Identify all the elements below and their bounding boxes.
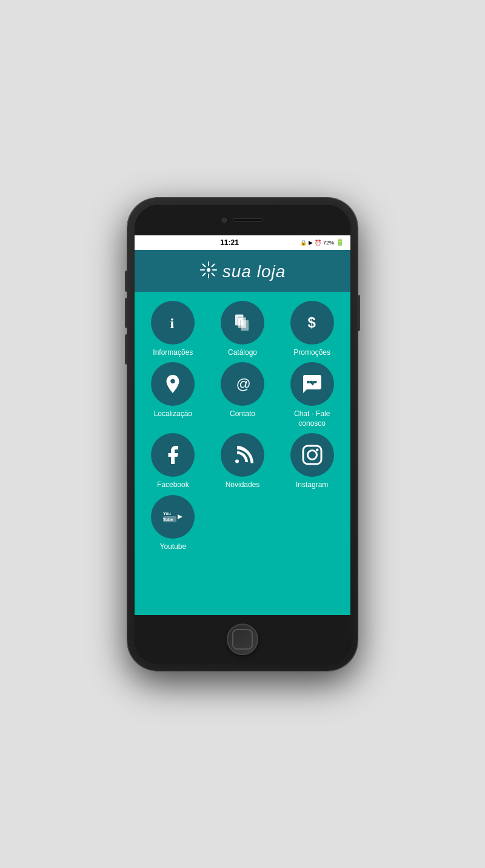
- home-button[interactable]: [227, 624, 258, 655]
- app-header: sua loja: [135, 250, 350, 292]
- novidades-icon: [221, 433, 264, 477]
- localizacao-label: Localização: [154, 409, 192, 419]
- informacoes-icon: i: [151, 301, 195, 345]
- svg-text:@: @: [236, 375, 250, 392]
- phone-device: 11:21 🔒 ▶ ⏰ 72% 🔋: [127, 198, 358, 671]
- chat-label: Chat - Fale conosco: [279, 409, 344, 428]
- menu-item-catalogo[interactable]: Catálogo: [210, 301, 275, 358]
- volume-down-button[interactable]: [125, 334, 127, 365]
- phone-top-bar: [135, 205, 350, 235]
- svg-marker-25: [178, 514, 182, 519]
- svg-line-7: [212, 264, 214, 266]
- youtube-label: Youtube: [160, 542, 187, 552]
- facebook-label: Facebook: [157, 480, 189, 490]
- menu-item-facebook[interactable]: Facebook: [141, 433, 206, 490]
- lock-icon: 🔒: [300, 240, 307, 246]
- phone-bottom: [135, 615, 350, 664]
- phone-screen: 11:21 🔒 ▶ ⏰ 72% 🔋: [135, 205, 350, 664]
- battery-percent: 72%: [323, 240, 334, 246]
- svg-point-17: [307, 381, 310, 384]
- chat-icon: [290, 362, 334, 406]
- informacoes-label: Informações: [153, 348, 193, 358]
- menu-item-localizacao[interactable]: Localização: [141, 362, 206, 428]
- catalogo-label: Catálogo: [228, 348, 257, 358]
- battery-icon: 🔋: [336, 238, 344, 246]
- catalogo-icon: [221, 301, 264, 345]
- menu-item-youtube[interactable]: You Tube Youtube: [141, 495, 206, 552]
- alarm-icon: ⏰: [315, 240, 321, 246]
- app-logo-text: sua loja: [222, 262, 286, 281]
- menu-item-promocoes[interactable]: $ Promoções: [279, 301, 344, 358]
- menu-item-chat[interactable]: Chat - Fale conosco: [279, 362, 344, 428]
- camera-icon: [222, 218, 227, 223]
- svg-line-5: [202, 264, 205, 266]
- location-icon: ▶: [309, 240, 313, 246]
- status-time: 11:21: [159, 238, 300, 247]
- svg-line-6: [212, 273, 214, 275]
- contato-icon: @: [221, 362, 264, 406]
- volume-up-button[interactable]: [125, 298, 127, 328]
- logo-sparkle-icon: [199, 261, 218, 283]
- contato-label: Contato: [230, 409, 255, 419]
- svg-point-20: [307, 451, 316, 460]
- instagram-icon: [290, 433, 334, 477]
- menu-item-contato[interactable]: @ Contato: [210, 362, 275, 428]
- svg-line-8: [202, 273, 205, 275]
- app-content: i Informações Catálogo: [135, 292, 350, 615]
- menu-item-instagram[interactable]: Instagram: [279, 433, 344, 490]
- svg-point-0: [207, 268, 210, 272]
- svg-rect-19: [303, 446, 321, 464]
- svg-point-18: [235, 460, 239, 463]
- screen: 11:21 🔒 ▶ ⏰ 72% 🔋: [135, 235, 350, 615]
- menu-item-novidades[interactable]: Novidades: [210, 433, 275, 490]
- status-bar: 11:21 🔒 ▶ ⏰ 72% 🔋: [135, 235, 350, 250]
- svg-point-15: [313, 381, 316, 384]
- facebook-icon: [151, 433, 195, 477]
- svg-text:$: $: [307, 314, 316, 330]
- home-button-inner: [232, 629, 253, 650]
- svg-text:You: You: [163, 511, 171, 516]
- svg-point-21: [316, 449, 319, 452]
- novidades-label: Novidades: [226, 480, 260, 490]
- power-button[interactable]: [358, 295, 360, 331]
- menu-grid: i Informações Catálogo: [141, 301, 344, 552]
- instagram-label: Instagram: [296, 480, 328, 490]
- status-icons: 🔒 ▶ ⏰ 72% 🔋: [300, 238, 344, 246]
- menu-item-informacoes[interactable]: i Informações: [141, 301, 206, 358]
- promocoes-label: Promoções: [293, 348, 330, 358]
- svg-rect-12: [241, 320, 249, 331]
- speaker-grille: [233, 218, 263, 222]
- svg-point-16: [310, 381, 313, 384]
- svg-text:i: i: [170, 315, 175, 331]
- svg-text:Tube: Tube: [163, 517, 173, 522]
- youtube-icon: You Tube: [151, 495, 195, 539]
- localizacao-icon: [151, 362, 195, 406]
- promocoes-icon: $: [290, 301, 334, 345]
